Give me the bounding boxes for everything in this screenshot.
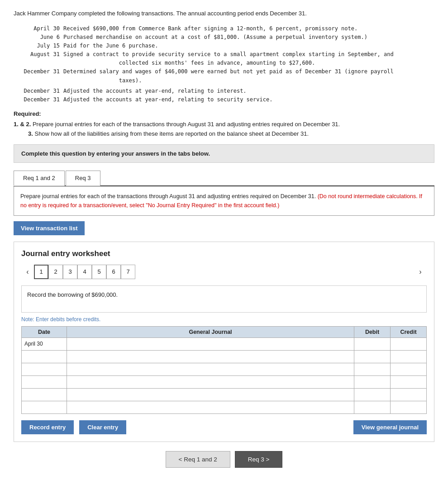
journal-table: Date General Journal Debit Credit April …	[21, 326, 427, 414]
page-3-btn[interactable]: 3	[63, 265, 77, 279]
row-2-debit-input[interactable]	[357, 354, 387, 360]
row-4-debit-input[interactable]	[357, 379, 387, 385]
instruction-box: Record the borrowing of $690,000.	[21, 285, 427, 313]
tab-content: Prepare journal entries for each of the …	[14, 186, 434, 216]
next-nav-button[interactable]: Req 3 >	[235, 451, 283, 468]
row-4-credit[interactable]	[391, 375, 427, 388]
row-2-date	[22, 350, 67, 363]
row-3-gj-input[interactable]	[70, 366, 351, 373]
row-2-credit[interactable]	[391, 350, 427, 363]
row-3-date	[22, 363, 67, 375]
table-row	[22, 350, 427, 363]
next-page-arrow[interactable]: ›	[414, 266, 427, 278]
row-6-gj-input[interactable]	[70, 404, 351, 411]
complete-text: Complete this question by entering your …	[21, 150, 210, 157]
page-5-btn[interactable]: 5	[92, 265, 106, 279]
row-1-credit[interactable]	[391, 337, 427, 350]
page-7-btn[interactable]: 7	[121, 265, 135, 279]
page-1-btn[interactable]: 1	[34, 265, 48, 279]
table-row	[22, 375, 427, 388]
worksheet-title: Journal entry worksheet	[21, 249, 427, 258]
table-row	[22, 401, 427, 413]
row-5-date	[22, 388, 67, 401]
row-2-credit-input[interactable]	[393, 354, 424, 360]
req-3-label: 3.	[28, 130, 33, 137]
row-1-debit[interactable]	[354, 337, 391, 350]
bottom-nav: < Req 1 and 2 Req 3 >	[14, 451, 434, 468]
prev-page-arrow[interactable]: ‹	[21, 266, 34, 278]
col-debit-header: Debit	[354, 326, 391, 337]
record-entry-button[interactable]: Record entry	[21, 420, 74, 434]
row-4-date	[22, 375, 67, 388]
row-5-debit-input[interactable]	[357, 392, 387, 398]
col-credit-header: Credit	[391, 326, 427, 337]
row-3-gj[interactable]	[67, 363, 354, 375]
row-3-credit-input[interactable]	[393, 366, 424, 373]
table-row	[22, 363, 427, 375]
req-items: 1. & 2. Prepare journal entries for each…	[14, 120, 434, 139]
col-date-header: Date	[22, 326, 67, 337]
req-1-2-label: 1. & 2.	[14, 121, 31, 128]
row-5-credit[interactable]	[391, 388, 427, 401]
row-4-credit-input[interactable]	[393, 379, 424, 385]
row-1-debit-input[interactable]	[357, 341, 387, 347]
prev-nav-button[interactable]: < Req 1 and 2	[166, 451, 230, 468]
row-3-debit[interactable]	[354, 363, 391, 375]
intro-heading: Jack Hammer Company completed the follow…	[14, 9, 434, 18]
page-6-btn[interactable]: 6	[106, 265, 121, 279]
view-transaction-list-button[interactable]: View transaction list	[14, 221, 85, 235]
row-5-gj[interactable]	[67, 388, 354, 401]
row-6-gj[interactable]	[67, 401, 354, 413]
row-6-date	[22, 401, 67, 413]
row-1-date: April 30	[22, 337, 67, 350]
row-6-credit-input[interactable]	[393, 404, 424, 411]
row-2-debit[interactable]	[354, 350, 391, 363]
row-5-debit[interactable]	[354, 388, 391, 401]
row-3-credit[interactable]	[391, 363, 427, 375]
page-4-btn[interactable]: 4	[77, 265, 92, 279]
table-row	[22, 388, 427, 401]
instruction-text: Record the borrowing of $690,000.	[27, 291, 118, 298]
worksheet-box: Journal entry worksheet ‹ 1 2 3 4 5 6 7 …	[14, 242, 434, 442]
required-label: Required:	[14, 110, 434, 117]
tab-req-3[interactable]: Req 3	[66, 171, 100, 186]
action-buttons: Record entry Clear entry View general jo…	[21, 420, 427, 434]
row-6-debit-input[interactable]	[357, 404, 387, 411]
tab-req-1-2[interactable]: Req 1 and 2	[14, 171, 65, 186]
table-row: April 30	[22, 337, 427, 350]
row-5-credit-input[interactable]	[393, 392, 424, 398]
row-1-gj-input[interactable]	[70, 341, 351, 347]
row-4-gj[interactable]	[67, 375, 354, 388]
row-3-debit-input[interactable]	[357, 366, 387, 373]
clear-entry-button[interactable]: Clear entry	[79, 420, 126, 434]
complete-box: Complete this question by entering your …	[14, 144, 434, 163]
row-6-debit[interactable]	[354, 401, 391, 413]
note-text: Note: Enter debits before credits.	[21, 316, 427, 323]
transactions-list: April 30 Received $690,000 from Commerce…	[18, 24, 434, 104]
row-4-gj-input[interactable]	[70, 379, 351, 385]
required-section: Required: 1. & 2. Prepare journal entrie…	[14, 110, 434, 139]
row-1-credit-input[interactable]	[393, 341, 424, 347]
tab-instruction-main: Prepare journal entries for each of the …	[20, 193, 316, 200]
row-2-gj[interactable]	[67, 350, 354, 363]
tabs-container: Req 1 and 2 Req 3	[14, 170, 434, 186]
row-1-gj[interactable]	[67, 337, 354, 350]
col-gj-header: General Journal	[67, 326, 354, 337]
page-2-btn[interactable]: 2	[48, 265, 63, 279]
row-6-credit[interactable]	[391, 401, 427, 413]
view-general-journal-button[interactable]: View general journal	[353, 420, 427, 434]
row-4-debit[interactable]	[354, 375, 391, 388]
pagination-row: ‹ 1 2 3 4 5 6 7 ›	[21, 265, 427, 279]
row-2-gj-input[interactable]	[70, 354, 351, 360]
row-5-gj-input[interactable]	[70, 392, 351, 398]
